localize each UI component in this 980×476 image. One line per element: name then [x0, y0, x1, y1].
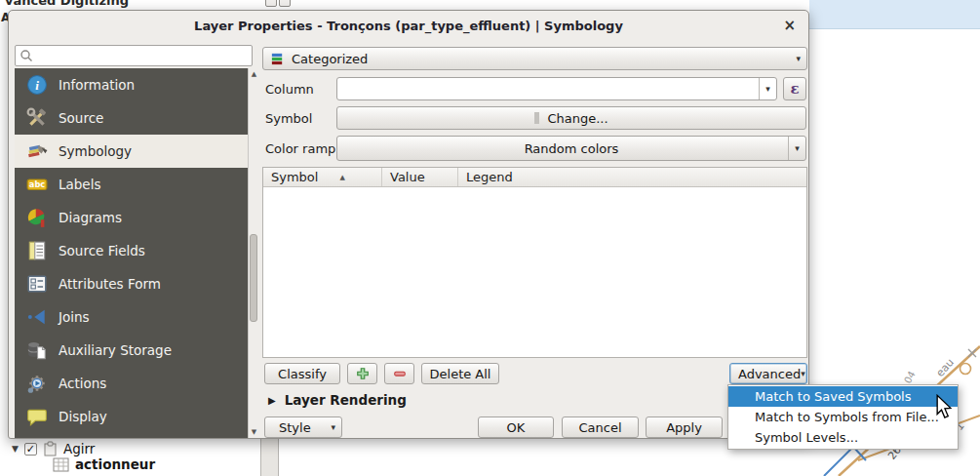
sidebar-item-joins[interactable]: Joins: [15, 300, 248, 334]
sidebar-item-diagrams[interactable]: Diagrams: [15, 201, 248, 234]
actions-icon: [26, 373, 48, 394]
color-ramp-label: Color ramp: [265, 141, 335, 156]
sidebar-item-source[interactable]: Source: [15, 101, 248, 135]
sidebar-item-label: Labels: [59, 177, 100, 192]
panel-close-button[interactable]: [279, 0, 291, 7]
sidebar-item-label: Source: [59, 110, 103, 126]
sidebar-item-label: Auxiliary Storage: [59, 342, 172, 358]
symbol-change-label: Change...: [547, 111, 608, 126]
menu-item-match-saved-symbols[interactable]: Match to Saved Symbols: [728, 386, 958, 407]
sidebar-item-label: Information: [59, 77, 135, 93]
classify-button[interactable]: Classify: [264, 363, 340, 384]
sidebar-item-auxiliary-storage[interactable]: Auxiliary Storage: [15, 334, 248, 367]
menu-item-symbol-levels[interactable]: Symbol Levels...: [728, 427, 958, 448]
svg-text:abc: abc: [29, 179, 45, 189]
epsilon-icon: ε: [790, 80, 799, 98]
advanced-button[interactable]: Advanced ▾: [729, 363, 807, 384]
layer-rendering-group[interactable]: ▶ Layer Rendering: [268, 392, 407, 408]
sidebar-item-display[interactable]: Display: [15, 400, 248, 433]
color-ramp-combo[interactable]: Random colors ▾: [336, 136, 806, 161]
plus-icon: [356, 367, 370, 380]
minus-icon: [393, 367, 407, 380]
table-body-empty[interactable]: [263, 187, 806, 358]
options-search[interactable]: [15, 45, 253, 66]
dialog-sidebar: i Information Source: [15, 68, 248, 438]
sidebar-item-labels[interactable]: abc Labels: [15, 168, 248, 201]
color-ramp-value: Random colors: [525, 141, 619, 156]
chevron-down-icon[interactable]: ▾: [788, 137, 805, 160]
chevron-down-icon: ▾: [331, 422, 335, 432]
sidebar-item-label: Source Fields: [59, 243, 145, 258]
map-x-marker: [968, 349, 976, 357]
tree-expand-icon[interactable]: ▼: [12, 444, 19, 454]
advanced-menu: Match to Saved Symbols Match to Symbols …: [727, 384, 959, 450]
renderer-type-value: Categorized: [292, 52, 368, 66]
map-canvas-top-strip: [809, 0, 980, 29]
map-label: eau: [934, 356, 957, 379]
ok-button[interactable]: OK: [478, 416, 554, 438]
sidebar-item-information[interactable]: i Information: [15, 68, 248, 101]
attributes-form-icon: [26, 273, 48, 295]
map-node-circle: [960, 364, 971, 375]
map-label: 04: [902, 370, 918, 385]
layer-label[interactable]: Agirr: [63, 441, 95, 456]
mouse-cursor: [935, 394, 953, 419]
chevron-down-icon: ▾: [796, 54, 801, 63]
symbol-change-button[interactable]: Change...: [336, 106, 806, 130]
svg-text:i: i: [35, 78, 39, 93]
sidebar-item-attributes-form[interactable]: Attributes Form: [15, 267, 248, 300]
sidebar-item-symbology[interactable]: Symbology: [15, 135, 248, 168]
line-symbol-preview-icon: [534, 112, 539, 124]
sidebar-item-label: Attributes Form: [59, 276, 161, 292]
sidebar-item-label: Symbology: [59, 143, 132, 159]
close-icon[interactable]: ×: [783, 17, 796, 34]
symbology-icon: [26, 140, 48, 162]
table-header-symbol[interactable]: Symbol ▲: [263, 168, 382, 186]
layers-panel-scrollbar[interactable]: [260, 439, 279, 476]
scrollbar-thumb[interactable]: [250, 234, 257, 322]
diagrams-icon: [26, 207, 48, 228]
layer-checkbox[interactable]: ✓: [24, 443, 37, 456]
add-category-button[interactable]: [347, 363, 377, 384]
scroll-down-icon[interactable]: ▼: [249, 428, 259, 436]
chevron-down-icon: ▾: [801, 369, 805, 378]
column-combo[interactable]: ▾: [336, 77, 777, 100]
layer-properties-dialog: Layer Properties - Tronçons (par_type_ef…: [8, 10, 809, 439]
style-button[interactable]: Style ▾: [264, 416, 342, 438]
chevron-down-icon[interactable]: ▾: [759, 78, 776, 99]
remove-category-button[interactable]: [384, 363, 414, 384]
apply-button[interactable]: Apply: [646, 416, 723, 438]
categorized-icon: [270, 52, 285, 66]
sidebar-item-label: Diagrams: [59, 210, 122, 225]
search-input[interactable]: [33, 47, 252, 64]
sidebar-item-actions[interactable]: Actions: [15, 367, 248, 400]
group-icon: [43, 441, 58, 456]
auxiliary-storage-icon: [26, 339, 48, 361]
scroll-up-icon[interactable]: ▲: [249, 70, 259, 78]
table-header-legend[interactable]: Legend: [458, 168, 806, 186]
display-icon: [26, 406, 48, 427]
categories-table[interactable]: Symbol ▲ Value Legend: [262, 167, 807, 358]
menu-item-match-symbols-from-file[interactable]: Match to Symbols from File...: [728, 407, 958, 427]
symbol-label: Symbol: [265, 111, 312, 126]
dialog-titlebar[interactable]: Layer Properties - Tronçons (par_type_ef…: [9, 11, 808, 40]
sidebar-item-label: Actions: [59, 376, 106, 391]
cancel-button[interactable]: Cancel: [562, 416, 639, 438]
table-header-value[interactable]: Value: [382, 168, 458, 186]
layer-label[interactable]: actionneur: [75, 456, 155, 472]
expression-builder-button[interactable]: ε: [783, 77, 806, 100]
information-icon: i: [26, 74, 48, 96]
search-icon: [20, 49, 33, 62]
layer-tree-row-actionneur[interactable]: actionneur: [53, 456, 155, 472]
renderer-type-combo[interactable]: Categorized ▾: [262, 47, 807, 70]
table-layer-icon: [53, 457, 69, 472]
layer-tree-row-agirr[interactable]: ▼ ✓ Agirr: [12, 441, 95, 456]
joins-icon: [26, 306, 48, 328]
sidebar-item-source-fields[interactable]: Source Fields: [15, 234, 248, 267]
screen: vanced Digitizing A eau 04 26 1 2 ▼ ✓: [0, 0, 980, 476]
panel-float-button[interactable]: [265, 0, 277, 7]
source-icon: [26, 107, 48, 129]
source-fields-icon: [26, 240, 48, 261]
delete-all-button[interactable]: Delete All: [421, 363, 499, 384]
sidebar-scrollbar[interactable]: ▲ ▼: [248, 68, 258, 438]
